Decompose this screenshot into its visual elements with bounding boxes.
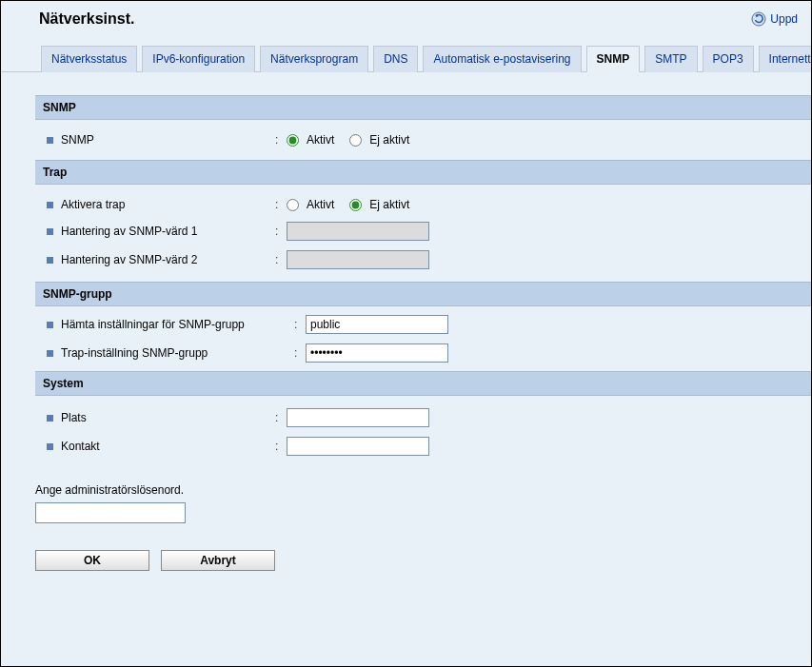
label-trap-group: Trap-inställning SNMP-grupp: [47, 346, 294, 360]
section-header-group: SNMP-grupp: [35, 282, 811, 306]
cancel-button[interactable]: Avbryt: [161, 550, 275, 571]
input-host1[interactable]: [287, 222, 429, 241]
label-text-snmp: SNMP: [61, 133, 94, 147]
row-trap-enable: Aktivera trap : Aktivt Ej aktivt: [47, 192, 811, 217]
section-header-system: System: [35, 371, 811, 396]
row-get-group: Hämta inställningar för SNMP-grupp :: [47, 310, 811, 339]
tab-snmp[interactable]: SNMP: [586, 46, 641, 72]
section-body-group: Hämta inställningar för SNMP-grupp : Tra…: [35, 306, 811, 371]
radio-label-inactive: Ej aktivt: [369, 133, 409, 147]
bullet-icon: [47, 350, 53, 357]
header: Nätverksinst. Uppd: [1, 1, 811, 28]
value-host2: [287, 250, 429, 269]
value-kontakt: [287, 437, 429, 456]
input-get-group[interactable]: [306, 315, 448, 334]
value-snmp: Aktivt Ej aktivt: [287, 133, 419, 147]
label-kontakt: Kontakt: [47, 440, 275, 453]
radio-trap-inactive[interactable]: [349, 199, 362, 211]
tab-pop3[interactable]: POP3: [703, 46, 754, 72]
separator: :: [275, 133, 287, 147]
tab-natverksstatus[interactable]: Nätverksstatus: [41, 46, 137, 72]
separator: :: [275, 198, 287, 211]
value-trap-enable: Aktivt Ej aktivt: [287, 198, 419, 211]
label-get-group: Hämta inställningar för SNMP-grupp: [47, 318, 294, 331]
row-plats: Plats :: [47, 403, 811, 432]
label-text-plats: Plats: [61, 411, 87, 424]
value-get-group: [306, 315, 448, 334]
tab-dns[interactable]: DNS: [373, 46, 418, 72]
section-body-system: Plats : Kontakt :: [35, 396, 811, 468]
row-trap-group: Trap-inställning SNMP-grupp :: [47, 339, 811, 367]
page-title: Nätverksinst.: [39, 10, 135, 28]
app-frame: Nätverksinst. Uppd Nätverksstatus IPv6-k…: [0, 0, 812, 667]
value-plats: [287, 408, 429, 427]
separator: :: [294, 346, 306, 360]
content-area: SNMP SNMP : Aktivt Ej aktivt Trap: [1, 72, 811, 468]
radio-snmp-active[interactable]: [287, 134, 299, 147]
bullet-icon: [47, 202, 53, 208]
label-host1: Hantering av SNMP-värd 1: [47, 225, 275, 238]
tab-natverksprogram[interactable]: Nätverksprogram: [260, 46, 368, 72]
separator: :: [294, 318, 306, 331]
value-trap-group: [306, 343, 448, 363]
label-text-trap-enable: Aktivera trap: [61, 198, 125, 211]
label-text-trap-group: Trap-inställning SNMP-grupp: [61, 346, 208, 360]
admin-password-prompt: Ange administratörslösenord.: [35, 483, 811, 497]
label-snmp: SNMP: [47, 133, 275, 147]
label-text-host1: Hantering av SNMP-värd 1: [61, 225, 197, 238]
separator: :: [275, 440, 287, 453]
bullet-icon: [47, 443, 53, 450]
tab-ipv6[interactable]: IPv6-konfiguration: [142, 46, 255, 72]
bullet-icon: [47, 415, 53, 422]
label-trap-enable: Aktivera trap: [47, 198, 275, 211]
radio-label-trap-active: Aktivt: [307, 198, 334, 211]
tab-internett[interactable]: Internett: [759, 46, 812, 72]
tabs-bar: Nätverksstatus IPv6-konfiguration Nätver…: [1, 28, 811, 72]
button-row: OK Avbryt: [35, 550, 811, 571]
tab-smtp[interactable]: SMTP: [644, 46, 697, 72]
radio-label-trap-inactive: Ej aktivt: [369, 198, 409, 211]
label-text-get-group: Hämta inställningar för SNMP-grupp: [61, 318, 245, 331]
section-header-trap: Trap: [35, 160, 811, 185]
footer: Ange administratörslösenord. OK Avbryt: [1, 468, 811, 571]
row-host1: Hantering av SNMP-värd 1 :: [47, 217, 811, 245]
label-plats: Plats: [47, 411, 275, 424]
section-body-snmp: SNMP : Aktivt Ej aktivt: [35, 120, 811, 160]
input-kontakt[interactable]: [287, 437, 429, 456]
bullet-icon: [47, 322, 53, 328]
bullet-icon: [47, 228, 53, 235]
section-body-trap: Aktivera trap : Aktivt Ej aktivt Hanteri…: [35, 185, 811, 282]
admin-password-input[interactable]: [35, 502, 186, 523]
refresh-label: Uppd: [770, 12, 798, 26]
separator: :: [275, 411, 287, 424]
refresh-link[interactable]: Uppd: [751, 11, 798, 27]
row-snmp: SNMP : Aktivt Ej aktivt: [47, 128, 811, 152]
value-host1: [287, 222, 429, 241]
radio-trap-active[interactable]: [287, 199, 299, 211]
row-host2: Hantering av SNMP-värd 2 :: [47, 245, 811, 274]
row-kontakt: Kontakt :: [47, 432, 811, 461]
radio-snmp-inactive[interactable]: [349, 134, 362, 147]
label-text-host2: Hantering av SNMP-värd 2: [61, 253, 197, 266]
ok-button[interactable]: OK: [35, 550, 149, 571]
input-plats[interactable]: [287, 408, 429, 427]
bullet-icon: [47, 257, 53, 264]
input-host2[interactable]: [287, 250, 429, 269]
section-header-snmp: SNMP: [35, 95, 811, 120]
tab-epost[interactable]: Automatisk e-postavisering: [423, 46, 581, 72]
label-host2: Hantering av SNMP-värd 2: [47, 253, 275, 266]
separator: :: [275, 253, 287, 266]
refresh-icon: [751, 11, 766, 27]
label-text-kontakt: Kontakt: [61, 440, 100, 453]
input-trap-group[interactable]: [306, 343, 448, 363]
radio-label-active: Aktivt: [307, 133, 334, 147]
bullet-icon: [47, 137, 53, 144]
separator: :: [275, 225, 287, 238]
